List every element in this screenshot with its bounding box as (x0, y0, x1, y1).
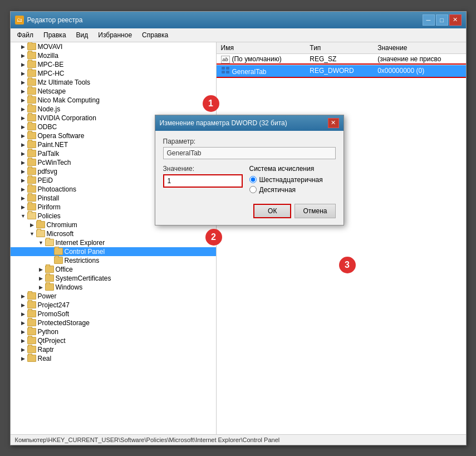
dialog-body: Параметр: GeneralTab Значение: Система и… (155, 131, 343, 225)
param-value: GeneralTab (163, 147, 336, 159)
menu-file[interactable]: Файл (13, 30, 38, 41)
tree-item[interactable]: ▶MOVAVI (11, 42, 216, 51)
tree-panel[interactable]: ▶MOVAVI▶Mozilla▶MPC-BE▶MPC-HC▶Mz Ultimat… (11, 42, 217, 434)
tree-item[interactable]: ▶PromoSoft (11, 310, 216, 318)
tree-item[interactable]: ▶QtProject (11, 336, 216, 345)
tree-item[interactable]: ▶ProtectedStorage (11, 318, 216, 327)
dword-dialog[interactable]: Изменение параметра DWORD (32 бита) ✕ Па… (155, 115, 344, 225)
tree-item[interactable]: ▶Raptr (11, 345, 216, 354)
dialog-right: Система исчисления Шестнадцатеричная Дес… (249, 165, 336, 196)
dialog-title-text: Изменение параметра DWORD (32 бита) (160, 119, 287, 127)
system-label: Система исчисления (249, 165, 336, 173)
maximize-button[interactable]: □ (436, 14, 448, 26)
dialog-buttons: ОК Отмена (163, 204, 336, 218)
title-buttons: ─ □ ✕ (423, 14, 462, 26)
right-panel: Имя Тип Значение ab(По умолчанию)REG_SZ(… (217, 42, 466, 434)
tree-item[interactable]: ▶MPC-HC (11, 69, 216, 78)
menu-favorites[interactable]: Избранное (94, 30, 136, 41)
col-type: Тип (305, 42, 373, 54)
close-button[interactable]: ✕ (449, 14, 462, 26)
dialog-row: Значение: Система исчисления Шестнадцате… (163, 165, 336, 196)
radio-dec-label: Десятичная (259, 186, 296, 194)
tree-item[interactable]: ▶Power (11, 292, 216, 301)
tree-item[interactable]: ▶SystemCertificates (11, 274, 216, 283)
tree-item[interactable]: ▼Internet Explorer (11, 238, 216, 247)
radio-dec-item: Десятичная (249, 186, 336, 194)
tree-item[interactable]: ▶Windows (11, 283, 216, 292)
tree-item[interactable]: Control Panel (11, 247, 216, 256)
main-area: ▶MOVAVI▶Mozilla▶MPC-BE▶MPC-HC▶Mz Ultimat… (11, 42, 466, 434)
svg-rect-0 (222, 67, 225, 70)
svg-rect-1 (226, 67, 229, 70)
tree-item[interactable]: ▶Python (11, 327, 216, 336)
status-bar: Компьютер\HKEY_CURRENT_USER\Software\Pol… (11, 434, 466, 445)
table-row[interactable]: GeneralTabREG_DWORD0x00000000 (0) (217, 65, 466, 77)
dialog-title-bar: Изменение параметра DWORD (32 бита) ✕ (155, 115, 343, 131)
value-input[interactable] (163, 174, 243, 188)
ok-button[interactable]: ОК (253, 204, 291, 218)
tree-item[interactable]: ▶MPC-BE (11, 60, 216, 69)
svg-rect-2 (222, 71, 225, 73)
dialog-close-button[interactable]: ✕ (328, 118, 339, 128)
title-bar: 🗂 Редактор реестра ─ □ ✕ (11, 12, 466, 28)
table-row[interactable]: ab(По умолчанию)REG_SZ(значение не присв… (217, 53, 466, 65)
tree-item[interactable]: ▶Node.js (11, 105, 216, 114)
tree-item[interactable]: ▶Netscape (11, 87, 216, 96)
tree-item[interactable]: ▶Nico Mak Computing (11, 96, 216, 105)
menu-help[interactable]: Справка (138, 30, 173, 41)
menu-view[interactable]: Вид (72, 30, 93, 41)
registry-table: Имя Тип Значение ab(По умолчанию)REG_SZ(… (217, 42, 466, 77)
radio-hex-label: Шестнадцатеричная (259, 176, 323, 184)
menu-bar: Файл Правка Вид Избранное Справка (11, 28, 466, 42)
tree-item[interactable]: ▶Mz Ultimate Tools (11, 78, 216, 87)
window-title: Редактор реестра (27, 16, 83, 24)
window-icon: 🗂 (15, 16, 24, 24)
menu-edit[interactable]: Правка (39, 30, 71, 41)
tree-item[interactable]: Restrictions (11, 256, 216, 265)
registry-editor-window: 🗂 Редактор реестра ─ □ ✕ Файл Правка Вид… (10, 11, 467, 445)
tree-item[interactable]: ▶Office (11, 265, 216, 274)
title-bar-left: 🗂 Редактор реестра (15, 16, 83, 24)
dialog-left: Значение: (163, 165, 243, 188)
minimize-button[interactable]: ─ (423, 14, 435, 26)
tree-item[interactable]: ▶Project247 (11, 301, 216, 310)
col-value: Значение (373, 42, 465, 54)
tree-item[interactable]: ▼Microsoft (11, 229, 216, 238)
radio-dec[interactable] (249, 186, 257, 193)
radio-hex-item: Шестнадцатеричная (249, 176, 336, 184)
radio-group: Шестнадцатеричная Десятичная (249, 176, 336, 194)
col-name: Имя (217, 42, 306, 54)
tree-item[interactable]: ▶Real (11, 354, 216, 363)
status-text: Компьютер\HKEY_CURRENT_USER\Software\Pol… (15, 437, 280, 443)
param-label: Параметр: (163, 138, 336, 145)
radio-hex[interactable] (249, 176, 257, 183)
cancel-button[interactable]: Отмена (295, 204, 335, 218)
svg-rect-3 (226, 71, 229, 73)
value-label: Значение: (163, 165, 243, 173)
tree-item[interactable]: ▶Mozilla (11, 51, 216, 60)
